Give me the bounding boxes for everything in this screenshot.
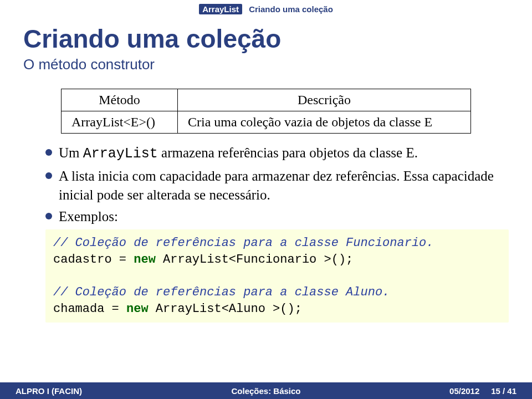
footer-left: ALPRO I (FACIN) <box>16 386 182 396</box>
bullet-item: A lista inicia com capacidade para armaz… <box>45 167 509 204</box>
method-table: Método Descrição ArrayList<E>() Cria uma… <box>61 89 471 134</box>
bullet1-code: ArrayList <box>83 146 158 162</box>
bullet1-part-b: armazena referências para objetos da cla… <box>158 145 418 160</box>
bullet-item: Um ArrayList armazena referências para o… <box>45 144 509 163</box>
col-header-desc: Descrição <box>178 89 471 111</box>
code-block: // Coleção de referências para a classe … <box>45 229 509 323</box>
bullet-text: Um ArrayList armazena referências para o… <box>59 144 509 163</box>
bullet2-text: A lista inicia com capacidade para armaz… <box>59 167 509 204</box>
bullet1-part-a: Um <box>59 145 83 160</box>
slide: ArrayList Criando uma coleção Criando um… <box>0 0 532 399</box>
bullet3-text: Exemplos: <box>59 207 509 226</box>
slide-title: Criando uma coleção <box>23 24 509 54</box>
footer-middle: Coleções: Básico <box>182 386 349 396</box>
breadcrumb-topic: ArrayList <box>199 4 242 14</box>
code-keyword-new-2: new <box>126 302 149 316</box>
code-comment-1: // Coleção de referências para a classe … <box>53 236 434 250</box>
method-table-wrap: Método Descrição ArrayList<E>() Cria uma… <box>61 89 471 134</box>
bullet-icon <box>45 172 52 179</box>
footer-page: 15 / 41 <box>491 386 516 396</box>
col-header-method: Método <box>62 89 178 111</box>
bullet-item: Exemplos: <box>45 207 509 226</box>
code-keyword-new-1: new <box>134 253 156 267</box>
code-line2b: ArrayList<Funcionario >(); <box>156 253 353 267</box>
bullet-icon <box>45 213 52 219</box>
code-line2a: cadastro = <box>53 253 134 267</box>
code-line4b: ArrayList<Aluno >(); <box>149 302 302 316</box>
footer-date: 05/2012 <box>449 386 479 396</box>
cell-desc: Cria uma coleção vazia de objetos da cla… <box>178 111 471 134</box>
breadcrumb-subtopic: Criando uma coleção <box>249 4 333 14</box>
code-comment-2: // Coleção de referências para a classe … <box>53 285 390 299</box>
breadcrumb: ArrayList Criando uma coleção <box>23 0 509 14</box>
footer-right: 05/2012 15 / 41 <box>350 386 516 396</box>
footer: ALPRO I (FACIN) Coleções: Básico 05/2012… <box>0 382 532 399</box>
code-line4a: chamada = <box>53 302 126 316</box>
bullet-icon <box>45 149 52 156</box>
slide-subtitle: O método construtor <box>23 56 509 73</box>
content-body: Um ArrayList armazena referências para o… <box>23 144 509 323</box>
table-row: ArrayList<E>() Cria uma coleção vazia de… <box>62 111 471 134</box>
table-header-row: Método Descrição <box>62 89 471 111</box>
cell-method: ArrayList<E>() <box>62 111 178 134</box>
